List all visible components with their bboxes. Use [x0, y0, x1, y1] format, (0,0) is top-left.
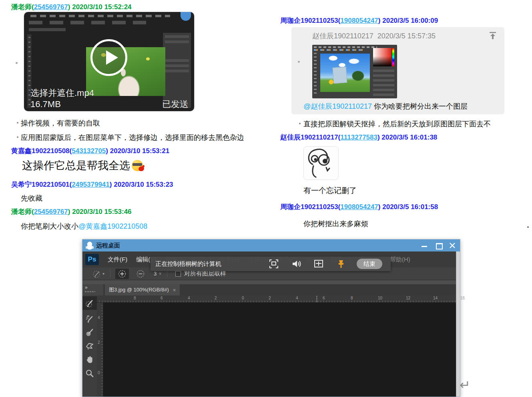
menu-file[interactable]: 文件(F) [108, 256, 127, 263]
qq-penguin-icon [86, 241, 94, 250]
play-icon[interactable] [90, 39, 127, 76]
photoshop-canvas[interactable] [103, 303, 456, 397]
close-icon[interactable] [446, 239, 459, 251]
chat-message: 应用图层蒙版后，在图层菜单下，选择修边，选择里面的移去黑色杂边 [21, 133, 244, 142]
video-filesize: 16.7MB [30, 99, 61, 110]
hue-strip [392, 48, 394, 66]
chat-message: 直接把原图解锁天抠掉，然后新的天放到原图图层下面去不 [303, 119, 491, 129]
message-time: 2020/3/10 15:53:21 [110, 147, 169, 155]
mention-link[interactable]: @赵佳辰1902110217 [303, 102, 372, 110]
chat-message: 操作视频，有需要的自取 [21, 118, 100, 128]
ps-mock-panels [163, 33, 191, 108]
message-time: 2020/3/10 15:53:23 [114, 181, 173, 188]
hand-tool[interactable] [82, 353, 97, 367]
brush-size-dropdown-icon[interactable]: ˅ [159, 271, 161, 276]
ps-mock-optionsbar [314, 49, 365, 51]
screen-select-icon[interactable] [313, 259, 324, 269]
message-header: 黄嘉鑫1902210508543132705 2020/3/10 15:53:2… [11, 146, 169, 156]
maximize-button[interactable] [432, 239, 446, 251]
chat-message-text: 你把笔刷大小改小 [21, 222, 78, 230]
cutout-patch [333, 67, 347, 84]
video-sent-status: 已发送 [162, 98, 189, 110]
sender-name: 赵佳辰1902110217 [280, 134, 338, 141]
ps-mock-toolbar [314, 53, 317, 96]
brush-size-value[interactable]: 3 [154, 271, 157, 277]
video-message-card[interactable]: 选择并遮住.mp4 16.7MB 已发送 [24, 12, 194, 111]
qq-number-link[interactable]: 1908054247 [340, 17, 378, 24]
ps-mock-tab [29, 28, 66, 31]
subtract-from-selection-button[interactable] [134, 269, 147, 279]
enter-arrow-icon: ↵ [460, 377, 470, 393]
ps-mock-optionsbar [29, 21, 146, 24]
end-control-button[interactable]: 结束 [357, 259, 382, 269]
mention-link[interactable]: @黄嘉鑫1902210508 [78, 222, 147, 230]
line-bullet [17, 136, 18, 138]
message-header: 潘老师254569767 2020/3/10 15:52:24 [11, 2, 132, 12]
ps-mock-menubar [314, 46, 377, 48]
qq-number-link[interactable]: 1908054247 [340, 203, 378, 211]
photoshop-toolbar [82, 295, 97, 397]
quoted-image-thumbnail[interactable] [312, 45, 397, 98]
ruler-cursor-marker [317, 296, 317, 302]
refine-edge-brush-tool[interactable] [82, 312, 97, 326]
document-tab[interactable]: 图3.jpg @ 100%(RGB/8#) × [105, 284, 180, 295]
jump-to-message-icon[interactable] [488, 31, 497, 40]
window-scrollbar[interactable] [456, 251, 460, 397]
color-picker-panel [373, 48, 391, 66]
sender-name: 潘老师 [11, 208, 32, 215]
collapse-icon: » [85, 285, 88, 290]
message-time: 2020/3/5 16:01:38 [381, 134, 437, 141]
qq-number-link[interactable]: 254569767 [34, 208, 68, 215]
qq-number-link[interactable]: 1113277583 [340, 134, 377, 141]
tab-close-icon[interactable]: × [173, 287, 176, 293]
sender-name: 周珈企1902110253 [280, 17, 338, 24]
chat-message: 有一个忘记删了 [303, 186, 357, 196]
qq-number-link[interactable]: 2495379941 [72, 181, 110, 188]
line-bullet [17, 122, 18, 124]
vomit-blood-emoji-icon [131, 160, 143, 172]
quick-selection-tool[interactable] [82, 296, 97, 310]
chat-message-large: 这操作它总是帮我全选 [22, 158, 143, 173]
remote-desktop-window: 远程桌面 Ps 文件(F) 编辑(E) 图像(I) 图层(L) 文字(Y) 选择… [82, 239, 460, 397]
speaker-icon[interactable] [291, 259, 301, 269]
panel-collapse-button[interactable]: » [82, 284, 103, 295]
message-time: 2020/3/10 15:53:46 [72, 208, 131, 215]
fullscreen-icon[interactable] [269, 259, 279, 269]
sample-all-layers-checkbox[interactable] [175, 271, 181, 277]
message-time: 2020/3/5 16:01:58 [382, 203, 438, 211]
chat-message-text: 你为啥要把树分出来一个图层 [374, 102, 468, 110]
brush-preset-icon[interactable] [92, 269, 102, 279]
edge-dot [527, 226, 529, 228]
chat-message: 你把笔刷大小改小@黄嘉鑫1902210508 [21, 221, 147, 231]
qq-number-link[interactable]: 254569767 [34, 3, 68, 11]
brush-tool[interactable] [82, 326, 97, 339]
lasso-tool[interactable] [82, 339, 97, 353]
photoshop-logo: Ps [85, 254, 99, 265]
chevron-down-icon[interactable]: ▾ [102, 271, 104, 276]
separator [110, 270, 110, 278]
open-image-red[interactable] [227, 370, 456, 397]
add-to-selection-button[interactable] [115, 269, 129, 279]
message-marker-dot [16, 62, 18, 64]
video-filename: 选择并遮住.mp4 [30, 87, 94, 99]
zoom-tool[interactable] [82, 367, 97, 380]
menu-help[interactable]: 帮助(H) [390, 256, 410, 263]
pin-icon[interactable] [336, 259, 346, 269]
vertical-ruler: 4 2 0 [97, 303, 103, 397]
message-header: 周珈企19021102531908054247 2020/3/5 16:00:0… [280, 16, 438, 25]
chat-message: 你把树抠出来多麻烦 [303, 219, 368, 229]
minimize-button[interactable] [418, 239, 431, 251]
sender-name: 吴希宁1902210501 [11, 181, 70, 188]
message-time: 2020/3/5 16:00:09 [382, 17, 438, 24]
window-title: 远程桌面 [96, 242, 120, 249]
remote-control-status: 正在控制梧桐树的计算机 [155, 260, 221, 268]
ps-mock-avatar [181, 12, 191, 21]
chat-message: @赵佳辰1902110217 你为啥要把树分出来一个图层 [303, 102, 468, 111]
qq-number-link[interactable]: 543132705 [72, 147, 106, 155]
sender-name: 周珈企1902110253 [280, 203, 338, 211]
ps-mock-menubar [30, 15, 170, 17]
quoted-time: 2020/3/5 15:57:35 [377, 32, 436, 40]
window-titlebar[interactable]: 远程桌面 [82, 239, 460, 251]
sticker-image[interactable] [303, 146, 339, 180]
message-time: 2020/3/10 15:52:24 [72, 3, 131, 11]
